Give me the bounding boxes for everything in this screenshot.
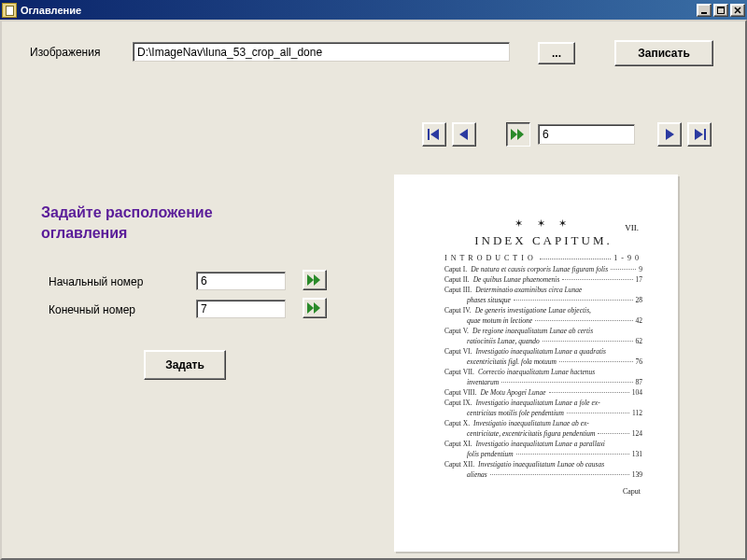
toc-body: Investigatio inaequalitatum Lunae a para…: [476, 439, 605, 449]
toc-row: Caput II.De quibus Lunae phaenomenis17: [444, 274, 642, 285]
toc-row: Caput IX.Investigatio inaequalitatum Lun…: [444, 398, 642, 408]
svg-marker-15: [307, 302, 314, 314]
svg-marker-6: [430, 129, 439, 140]
apply-start-icon: [307, 274, 322, 286]
toc-row: Caput X.Investigatio inaequalitatum Luna…: [444, 418, 642, 428]
path-input[interactable]: [133, 42, 510, 62]
toc-head: Caput X.: [444, 418, 470, 428]
toc-head: Caput VII.: [444, 367, 474, 377]
toc-head: Caput II.: [444, 274, 470, 285]
svg-marker-14: [314, 274, 320, 286]
toc-page: 42: [636, 315, 643, 326]
toc-page: 131: [632, 449, 642, 459]
close-button[interactable]: [730, 4, 745, 17]
last-icon: [693, 129, 706, 140]
toc-body-cont: phases situsque: [467, 295, 511, 305]
first-page-button[interactable]: [422, 122, 446, 147]
minimize-button[interactable]: [697, 4, 712, 17]
apply-start-button[interactable]: [303, 270, 327, 290]
toc-body: De quibus Lunae phaenomenis: [473, 274, 560, 285]
toc-page: 87: [636, 377, 643, 387]
svg-rect-5: [428, 129, 430, 140]
page-corner-number: VII.: [625, 223, 639, 232]
start-number-input[interactable]: [196, 272, 286, 290]
images-label: Изображения: [30, 46, 100, 59]
svg-marker-8: [511, 129, 517, 140]
page-number-input[interactable]: [538, 124, 635, 145]
section-heading: Задайте расположение оглавления: [41, 203, 213, 244]
svg-marker-9: [517, 129, 524, 140]
toc-body: Investigatio inaequalitatum Lunae ab ex-: [473, 418, 589, 428]
toc-head: Caput V.: [444, 326, 469, 336]
toc-list: Caput I.De natura et causis corporis Lun…: [444, 264, 642, 480]
svg-rect-0: [701, 12, 707, 14]
window-title: Оглавление: [21, 5, 81, 16]
toc-head: Caput VIII.: [444, 387, 476, 398]
page-preview: VII. ✶ ✶ ✶ INDEX CAPITUM. INTRODUCTIO 1-…: [394, 175, 678, 552]
toc-row: Caput VIII.De Motu Apogei Lunae104: [444, 387, 642, 398]
toc-body-cont: centricitas motilis fole pendentium: [467, 408, 564, 418]
toc-page: 28: [636, 295, 643, 305]
toc-page: 76: [636, 357, 643, 367]
last-page-button[interactable]: [687, 122, 712, 147]
toc-page: 112: [632, 408, 642, 418]
toc-row-cont: ratiociniis Lunae, quando62: [444, 336, 642, 346]
svg-rect-12: [704, 129, 706, 140]
intro-page: 1-90: [613, 254, 642, 262]
end-number-input[interactable]: [196, 300, 286, 318]
toc-head: Caput VI.: [444, 346, 472, 357]
toc-body-cont: centricitate, excentricitatis figura pen…: [467, 428, 595, 439]
svg-marker-16: [314, 302, 320, 314]
toc-row: Caput VI.Investigatio inaequalitatum Lun…: [444, 346, 642, 357]
svg-marker-7: [459, 129, 468, 140]
next-page-button[interactable]: [657, 122, 682, 147]
end-number-label: Конечный номер: [49, 303, 135, 316]
prev-page-button[interactable]: [452, 122, 476, 147]
toc-body: De natura et causis corporis Lunae figur…: [471, 264, 608, 274]
toc-body: De regione inaequalitatum Lunae ab certi…: [472, 326, 593, 336]
intro-row: INTRODUCTIO 1-90: [444, 254, 642, 262]
preview-title: INDEX CAPITUM.: [444, 233, 642, 248]
toc-row: Caput V.De regione inaequalitatum Lunae …: [444, 326, 642, 336]
toc-head: Caput I.: [444, 264, 467, 274]
client-area: Изображения ... Записать Задайте располо…: [0, 20, 747, 560]
toc-head: Caput XII.: [444, 459, 474, 469]
start-number-label: Начальный номер: [49, 275, 143, 288]
toc-body: De generis investigatione Lunae objectis…: [475, 305, 591, 315]
goto-icon: [511, 129, 526, 140]
toc-body: Investigatio inaequalitatum Lunae ob cau…: [478, 459, 604, 469]
toc-row: Caput III.Determinatio axaminibus circa …: [444, 285, 642, 295]
browse-button[interactable]: ...: [538, 42, 575, 64]
toc-body-cont: quae motum in lectione: [467, 315, 532, 326]
toc-row-cont: centricitate, excentricitatis figura pen…: [444, 428, 642, 439]
toc-body-cont: ratiociniis Lunae, quando: [467, 336, 540, 346]
set-button[interactable]: Задать: [144, 350, 226, 380]
toc-page: 9: [639, 264, 642, 274]
toc-row: Caput XII.Investigatio inaequalitatum Lu…: [444, 459, 642, 469]
prev-icon: [458, 129, 470, 140]
toc-row-cont: excentricitatis figl. fola motuum76: [444, 357, 642, 367]
heading-line-2: оглавления: [41, 225, 127, 241]
toc-row-cont: inventarum87: [444, 377, 642, 387]
apply-end-icon: [307, 302, 322, 314]
maximize-button[interactable]: [713, 4, 728, 17]
toc-row: Caput XI.Investigatio inaequalitatum Lun…: [444, 439, 642, 449]
toc-head: Caput III.: [444, 285, 472, 295]
goto-page-button[interactable]: [506, 122, 530, 147]
app-icon: [2, 3, 17, 18]
toc-row-cont: phases situsque28: [444, 295, 642, 305]
toc-page: 124: [632, 428, 642, 439]
save-button[interactable]: Записать: [614, 40, 713, 66]
preview-footer: Caput: [444, 487, 642, 496]
toc-row-cont: folis pendentium131: [444, 449, 642, 459]
toc-body: Investigatio inaequalitatum Lunae a fole…: [476, 398, 600, 408]
apply-end-button[interactable]: [303, 298, 327, 318]
intro-label: INTRODUCTIO: [444, 254, 537, 262]
toc-page: 17: [636, 274, 643, 285]
toc-body-cont: folis pendentium: [467, 449, 514, 459]
toc-head: Caput XI.: [444, 439, 472, 449]
title-bar: Оглавление: [0, 0, 747, 20]
toc-body: Correctio inaequalitatum Lunae hactenus: [478, 367, 595, 377]
svg-rect-2: [717, 7, 725, 8]
toc-body: Investigatio inaequalitatum Lunae a quad…: [475, 346, 606, 357]
